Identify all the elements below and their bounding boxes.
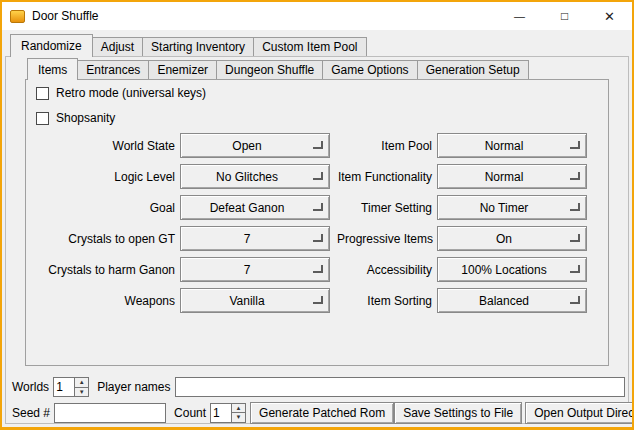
tab-custom-item-pool[interactable]: Custom Item Pool (253, 37, 366, 56)
spin-down-button[interactable]: ▼ (232, 412, 245, 422)
progressive-items-dropdown[interactable]: On (437, 226, 587, 251)
dropdown-indicator-icon (570, 265, 580, 273)
option-row: Logic Level No Glitches (30, 161, 330, 192)
timer-setting-dropdown[interactable]: No Timer (437, 195, 587, 220)
option-row: Item Functionality Normal (337, 161, 587, 192)
spin-down-button[interactable]: ▼ (75, 387, 88, 397)
window-controls: — □ ✕ (497, 2, 632, 30)
option-row: Item Pool Normal (337, 130, 587, 161)
world-state-dropdown[interactable]: Open (180, 133, 330, 158)
crystals-harm-ganon-dropdown[interactable]: 7 (180, 257, 330, 282)
timer-setting-value: No Timer (480, 201, 529, 215)
close-button[interactable]: ✕ (587, 2, 632, 30)
door-shuffle-window: Door Shuffle — □ ✕ Randomize Adjust Star… (0, 0, 634, 430)
tab-items[interactable]: Items (27, 58, 78, 80)
item-functionality-label: Item Functionality (337, 170, 432, 184)
goal-value: Defeat Ganon (210, 201, 285, 215)
progressive-items-label: Progressive Items (337, 232, 432, 246)
count-input[interactable] (211, 404, 231, 422)
progressive-items-value: On (496, 232, 512, 246)
item-pool-label: Item Pool (337, 139, 432, 153)
worlds-spinbox: ▲ ▼ (53, 377, 89, 397)
logic-level-value: No Glitches (216, 170, 278, 184)
weapons-dropdown[interactable]: Vanilla (180, 288, 330, 313)
maximize-button[interactable]: □ (542, 2, 587, 30)
shopsanity-label: Shopsanity (56, 111, 115, 125)
minimize-icon: — (514, 11, 525, 22)
worlds-input[interactable] (54, 378, 74, 396)
option-row: Goal Defeat Ganon (30, 192, 330, 223)
option-row: Progressive Items On (337, 223, 587, 254)
option-row: World State Open (30, 130, 330, 161)
spin-arrows: ▲ ▼ (231, 404, 245, 422)
item-sorting-dropdown[interactable]: Balanced (437, 288, 587, 313)
option-row: Item Sorting Balanced (337, 285, 587, 316)
weapons-label: Weapons (30, 294, 175, 308)
tab-game-options[interactable]: Game Options (322, 60, 417, 79)
option-row: Crystals to open GT 7 (30, 223, 330, 254)
item-pool-dropdown[interactable]: Normal (437, 133, 587, 158)
item-sorting-label: Item Sorting (337, 294, 432, 308)
open-output-directory-button[interactable]: Open Output Directory (525, 402, 634, 424)
spin-up-button[interactable]: ▲ (232, 404, 245, 413)
player-names-label: Player names (97, 380, 170, 394)
crystals-harm-ganon-label: Crystals to harm Ganon (30, 263, 175, 277)
item-functionality-dropdown[interactable]: Normal (437, 164, 587, 189)
options-column-left: World State Open Logic Level No Glitches… (30, 130, 330, 316)
accessibility-dropdown[interactable]: 100% Locations (437, 257, 587, 282)
worlds-label: Worlds (12, 380, 49, 394)
tab-adjust[interactable]: Adjust (92, 37, 143, 56)
generate-patched-rom-button[interactable]: Generate Patched Rom (250, 402, 394, 424)
option-row: Accessibility 100% Locations (337, 254, 587, 285)
shopsanity-checkbox[interactable]: Shopsanity (36, 110, 115, 126)
sub-tab-bar: Items Entrances Enemizer Dungeon Shuffle… (27, 57, 529, 79)
accessibility-value: 100% Locations (461, 263, 546, 277)
item-pool-value: Normal (485, 139, 524, 153)
checkbox-unchecked-icon (36, 112, 49, 125)
seed-input[interactable] (54, 403, 166, 423)
spin-down-icon: ▼ (79, 389, 85, 395)
dropdown-indicator-icon (313, 234, 323, 242)
minimize-button[interactable]: — (497, 2, 542, 30)
count-label: Count (174, 406, 206, 420)
item-sorting-value: Balanced (479, 294, 529, 308)
dropdown-indicator-icon (313, 141, 323, 149)
dropdown-indicator-icon (570, 296, 580, 304)
option-row: Weapons Vanilla (30, 285, 330, 316)
spin-down-icon: ▼ (236, 414, 242, 420)
tab-starting-inventory[interactable]: Starting Inventory (142, 37, 254, 56)
player-names-input[interactable] (175, 377, 626, 397)
option-row: Crystals to harm Ganon 7 (30, 254, 330, 285)
save-settings-button[interactable]: Save Settings to File (394, 402, 522, 424)
tab-enemizer[interactable]: Enemizer (148, 60, 217, 79)
dropdown-indicator-icon (313, 296, 323, 304)
crystals-open-gt-dropdown[interactable]: 7 (180, 226, 330, 251)
dropdown-indicator-icon (570, 234, 580, 242)
tab-generation-setup[interactable]: Generation Setup (417, 60, 529, 79)
dropdown-indicator-icon (570, 172, 580, 180)
options-column-right: Item Pool Normal Item Functionality Norm… (337, 130, 587, 316)
close-icon: ✕ (604, 10, 615, 23)
tab-entrances[interactable]: Entrances (77, 60, 149, 79)
goal-dropdown[interactable]: Defeat Ganon (180, 195, 330, 220)
retro-mode-checkbox[interactable]: Retro mode (universal keys) (36, 85, 206, 101)
checkbox-unchecked-icon (36, 87, 49, 100)
timer-setting-label: Timer Setting (337, 201, 432, 215)
accessibility-label: Accessibility (337, 263, 432, 277)
spin-up-button[interactable]: ▲ (75, 378, 88, 387)
option-row: Timer Setting No Timer (337, 192, 587, 223)
seed-label: Seed # (12, 406, 50, 420)
goal-label: Goal (30, 201, 175, 215)
main-tab-bar: Randomize Adjust Starting Inventory Cust… (10, 33, 367, 56)
logic-level-dropdown[interactable]: No Glitches (180, 164, 330, 189)
dropdown-indicator-icon (313, 265, 323, 273)
crystals-open-gt-value: 7 (244, 232, 251, 246)
item-functionality-value: Normal (485, 170, 524, 184)
app-icon (10, 10, 25, 23)
tab-randomize[interactable]: Randomize (10, 34, 93, 57)
count-spinbox: ▲ ▼ (210, 403, 246, 423)
maximize-icon: □ (561, 10, 568, 22)
world-state-label: World State (30, 139, 175, 153)
dropdown-indicator-icon (313, 203, 323, 211)
tab-dungeon-shuffle[interactable]: Dungeon Shuffle (216, 60, 323, 79)
